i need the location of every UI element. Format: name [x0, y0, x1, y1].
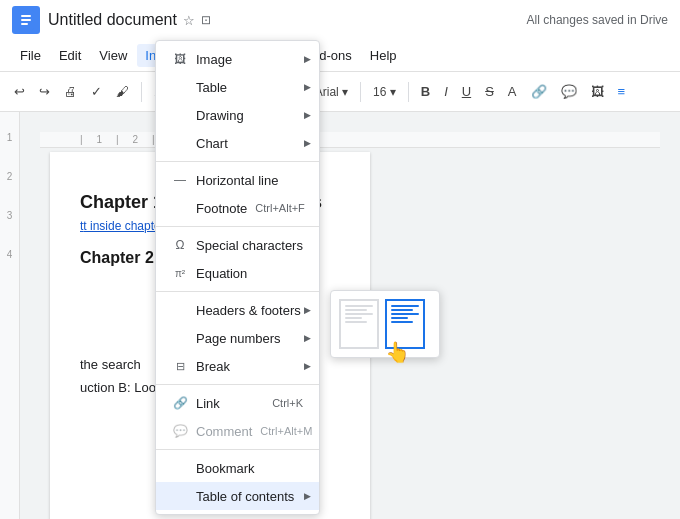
- bookmark-label: Bookmark: [196, 461, 255, 476]
- saved-status: All changes saved in Drive: [527, 13, 668, 27]
- toolbar-sep5: [408, 82, 409, 102]
- toc-label: Table of contents: [196, 489, 294, 504]
- chart-label: Chart: [196, 136, 228, 151]
- text-color-button[interactable]: A: [502, 80, 523, 103]
- hline-label: Horizontal line: [196, 173, 278, 188]
- comment-label: Comment: [196, 424, 252, 439]
- sep2: [156, 226, 319, 227]
- insert-dropdown: 🖼 Image Table Drawing Chart — Horizontal…: [155, 40, 320, 515]
- link-shortcut: Ctrl+K: [272, 397, 303, 409]
- hline-menu-icon: —: [172, 172, 188, 188]
- menu-item-bookmark[interactable]: Bookmark: [156, 454, 319, 482]
- menu-item-image[interactable]: 🖼 Image: [156, 45, 319, 73]
- menu-item-hline[interactable]: — Horizontal line: [156, 166, 319, 194]
- image-button[interactable]: 🖼: [585, 80, 610, 103]
- toc-icon: [172, 488, 188, 504]
- redo-button[interactable]: ↪: [33, 80, 56, 103]
- svg-rect-2: [21, 19, 31, 21]
- ruler-1: 1: [7, 132, 13, 143]
- menu-view[interactable]: View: [91, 44, 135, 67]
- image-menu-icon: 🖼: [172, 51, 188, 67]
- menu-item-drawing[interactable]: Drawing: [156, 101, 319, 129]
- star-icon[interactable]: ☆: [183, 13, 195, 28]
- footnote-shortcut: Ctrl+Alt+F: [255, 202, 305, 214]
- underline-button[interactable]: U: [456, 80, 477, 103]
- menu-item-equation[interactable]: π² Equation: [156, 259, 319, 287]
- menu-item-comment[interactable]: 💬 Comment Ctrl+Alt+M: [156, 417, 319, 445]
- doc-title[interactable]: Untitled document: [48, 11, 177, 29]
- headers-icon: [172, 302, 188, 318]
- align-button[interactable]: ≡: [612, 80, 632, 103]
- svg-rect-3: [21, 23, 28, 25]
- menu-item-table[interactable]: Table: [156, 73, 319, 101]
- menu-help[interactable]: Help: [362, 44, 405, 67]
- drawing-menu-icon: [172, 107, 188, 123]
- menu-file[interactable]: File: [12, 44, 49, 67]
- title-area: Untitled document ☆ ⊡: [48, 11, 519, 29]
- ruler-3: 3: [7, 210, 13, 221]
- table-menu-icon: [172, 79, 188, 95]
- ruler-2: 2: [7, 171, 13, 182]
- footnote-menu-icon: [172, 200, 188, 216]
- break-label: Break: [196, 359, 230, 374]
- special-chars-label: Special characters: [196, 238, 303, 253]
- sep3: [156, 291, 319, 292]
- image-label: Image: [196, 52, 232, 67]
- strikethrough-button[interactable]: S: [479, 80, 500, 103]
- page-numbers-label: Page numbers: [196, 331, 281, 346]
- top-ruler: | 1 | 2 | 3 | 4 |: [40, 132, 660, 148]
- svg-rect-1: [21, 15, 31, 17]
- spell-check-button[interactable]: ✓: [85, 80, 108, 103]
- menu-item-page-numbers[interactable]: Page numbers: [156, 324, 319, 352]
- menu-item-toc[interactable]: Table of contents: [156, 482, 319, 510]
- undo-button[interactable]: ↩: [8, 80, 31, 103]
- bold-button[interactable]: B: [415, 80, 436, 103]
- menu-edit[interactable]: Edit: [51, 44, 89, 67]
- print-button[interactable]: 🖨: [58, 80, 83, 103]
- sep4: [156, 384, 319, 385]
- sep1: [156, 161, 319, 162]
- menu-item-link[interactable]: 🔗 Link Ctrl+K: [156, 389, 319, 417]
- menu-item-headers[interactable]: Headers & footers: [156, 296, 319, 324]
- link-label: Link: [196, 396, 220, 411]
- comment-shortcut: Ctrl+Alt+M: [260, 425, 312, 437]
- toolbar: ↩ ↪ 🖨 ✓ 🖌 100% ▾ Normal text ▾ Arial ▾ 1…: [0, 72, 680, 112]
- drawing-label: Drawing: [196, 108, 244, 123]
- headers-label: Headers & footers: [196, 303, 301, 318]
- font-size[interactable]: 16 ▾: [367, 81, 402, 103]
- menu-item-special-chars[interactable]: Ω Special characters: [156, 231, 319, 259]
- menu-item-break[interactable]: ⊟ Break: [156, 352, 319, 380]
- title-bar: Untitled document ☆ ⊡ All changes saved …: [0, 0, 680, 40]
- equation-icon: π²: [172, 265, 188, 281]
- drive-icon[interactable]: ⊡: [201, 13, 211, 27]
- link-menu-icon: 🔗: [172, 395, 188, 411]
- menu-item-footnote[interactable]: Footnote Ctrl+Alt+F: [156, 194, 319, 222]
- ruler-4: 4: [7, 249, 13, 260]
- footnote-label: Footnote: [196, 201, 247, 216]
- comment-button[interactable]: 💬: [555, 80, 583, 103]
- equation-label: Equation: [196, 266, 247, 281]
- cursor: 👆: [385, 340, 410, 364]
- menu-item-chart[interactable]: Chart: [156, 129, 319, 157]
- toc-thumb-1: [339, 299, 379, 349]
- break-icon: ⊟: [172, 358, 188, 374]
- menu-bar: File Edit View Insert Format Tools Add-o…: [0, 40, 680, 72]
- paint-format-button[interactable]: 🖌: [110, 80, 135, 103]
- page-numbers-icon: [172, 330, 188, 346]
- toolbar-sep4: [360, 82, 361, 102]
- link-button[interactable]: 🔗: [525, 80, 553, 103]
- chart-menu-icon: [172, 135, 188, 151]
- left-ruler: 1 2 3 4: [0, 112, 20, 519]
- bookmark-icon: [172, 460, 188, 476]
- sep5: [156, 449, 319, 450]
- toolbar-sep1: [141, 82, 142, 102]
- table-label: Table: [196, 80, 227, 95]
- toc-option-1[interactable]: [339, 299, 379, 349]
- italic-button[interactable]: I: [438, 80, 454, 103]
- special-chars-icon: Ω: [172, 237, 188, 253]
- comment-menu-icon: 💬: [172, 423, 188, 439]
- docs-icon: [12, 6, 40, 34]
